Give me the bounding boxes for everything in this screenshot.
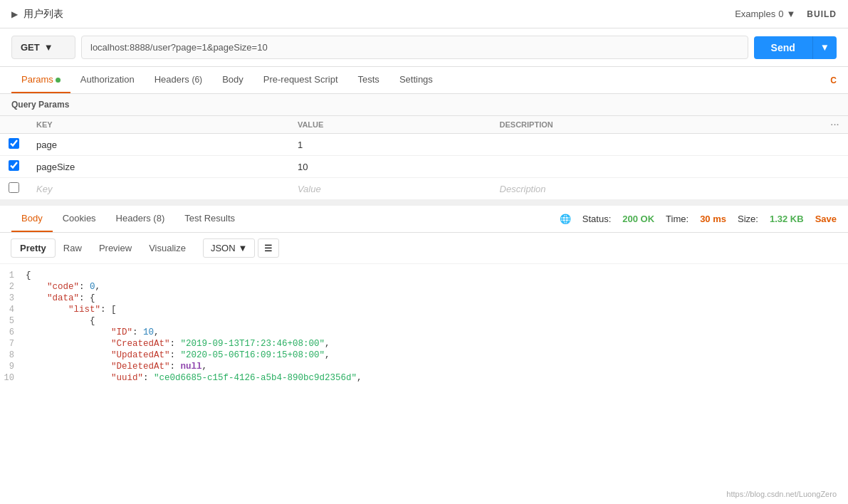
json-type-selector[interactable]: JSON ▼ (203, 238, 256, 258)
line-number: 2 (0, 282, 26, 292)
list-item: 2 "code": 0, (0, 281, 848, 293)
wrap-button[interactable]: ☰ (258, 238, 279, 258)
line-content: "uuid": "ce0d6685-c15f-4126-a5b4-890bc9d… (26, 373, 848, 383)
list-item: 7 "CreatedAt": "2019-09-13T17:23:46+08:0… (0, 338, 848, 350)
request-title-area: ▶ 用户列表 (11, 8, 63, 21)
url-bar: GET ▼ Send ▼ (0, 28, 848, 67)
row1-value[interactable]: 1 (289, 134, 491, 156)
th-actions: ··· (822, 116, 848, 134)
line-number: 7 (0, 339, 26, 349)
fmt-tab-pretty[interactable]: Pretty (11, 239, 55, 257)
tab-tests[interactable]: Tests (348, 67, 389, 93)
row2-actions (822, 156, 848, 178)
tab-body[interactable]: Body (212, 67, 253, 93)
send-dropdown-icon: ▼ (820, 42, 829, 53)
time-label: Time: (666, 214, 689, 224)
row1-actions (822, 134, 848, 156)
fmt-tab-raw[interactable]: Raw (55, 239, 90, 257)
response-header: Body Cookies Headers (8) Test Results 🌐 … (0, 200, 848, 233)
row2-description[interactable] (491, 156, 822, 178)
table-row-placeholder: Key Value Description (0, 178, 848, 200)
line-number: 1 (0, 271, 26, 280)
send-button[interactable]: Send (754, 36, 812, 59)
params-table-header: KEY VALUE DESCRIPTION ··· (0, 116, 848, 134)
tab-headers[interactable]: Headers (6) (145, 67, 212, 93)
line-content: "ID": 10, (26, 327, 848, 337)
th-key: KEY (28, 116, 289, 134)
format-tabs: Pretty Raw Preview Visualize (11, 239, 194, 257)
line-number: 4 (0, 305, 26, 315)
list-item: 9 "DeletedAt": null, (0, 361, 848, 372)
line-content: "list": [ (26, 305, 848, 315)
table-row: page 1 (0, 134, 848, 156)
tab-prerequest[interactable]: Pre-request Script (253, 67, 348, 93)
line-number: 6 (0, 327, 26, 337)
th-description: DESCRIPTION (491, 116, 822, 134)
response-toolbar: Pretty Raw Preview Visualize JSON ▼ ☰ (0, 233, 848, 264)
line-content: "code": 0, (26, 282, 848, 292)
row1-description[interactable] (491, 134, 822, 156)
fmt-tab-visualize[interactable]: Visualize (140, 239, 194, 257)
status-label: Status: (582, 214, 611, 224)
resp-tab-headers[interactable]: Headers (8) (106, 206, 175, 232)
examples-count: 0 (778, 9, 783, 19)
placeholder-description[interactable]: Description (491, 178, 822, 200)
method-chevron-icon: ▼ (44, 42, 53, 53)
list-item: 5 { (0, 315, 848, 327)
send-button-group: Send ▼ (754, 36, 837, 59)
globe-icon: 🌐 (560, 214, 571, 224)
resp-tab-testresults[interactable]: Test Results (174, 206, 245, 232)
placeholder-value[interactable]: Value (289, 178, 491, 200)
response-tabs: Body Cookies Headers (8) Test Results (11, 206, 245, 232)
size-value: 1.32 KB (770, 214, 804, 224)
resp-tab-body[interactable]: Body (11, 206, 53, 232)
row2-key[interactable]: pageSize (28, 156, 289, 178)
placeholder-checkbox[interactable] (9, 182, 19, 193)
build-button[interactable]: BUILD (807, 9, 837, 19)
row1-checkbox[interactable] (9, 138, 19, 149)
method-selector[interactable]: GET ▼ (11, 36, 75, 59)
row1-checkbox-cell (0, 134, 28, 156)
list-item: 8 "UpdatedAt": "2020-05-06T16:09:15+08:0… (0, 350, 848, 361)
url-input[interactable] (81, 36, 748, 59)
list-item: 4 "list": [ (0, 304, 848, 315)
time-value: 30 ms (700, 214, 726, 224)
list-item: 3 "data": { (0, 293, 848, 304)
actions-dots-icon[interactable]: ··· (831, 120, 839, 129)
table-row: pageSize 10 (0, 156, 848, 178)
list-item: 6 "ID": 10, (0, 327, 848, 338)
list-item: 10 "uuid": "ce0d6685-c15f-4126-a5b4-890b… (0, 372, 848, 384)
request-tabs-bar: Params Authorization Headers (6) Body Pr… (0, 67, 848, 94)
tab-params[interactable]: Params (11, 67, 70, 93)
params-table: KEY VALUE DESCRIPTION ··· page 1 pageSiz… (0, 116, 848, 200)
line-number: 8 (0, 350, 26, 360)
th-checkbox (0, 116, 28, 134)
chevron-down-icon: ▼ (786, 9, 795, 19)
row2-value[interactable]: 10 (289, 156, 491, 178)
tab-authorization[interactable]: Authorization (70, 67, 145, 93)
request-title: 用户列表 (23, 8, 63, 21)
save-button[interactable]: Save (815, 214, 837, 224)
query-params-section-title: Query Params (0, 94, 848, 116)
placeholder-checkbox-cell (0, 178, 28, 200)
row2-checkbox[interactable] (9, 160, 19, 171)
row1-key[interactable]: page (28, 134, 289, 156)
fmt-tab-preview[interactable]: Preview (90, 239, 140, 257)
placeholder-actions (822, 178, 848, 200)
line-content: "DeletedAt": null, (26, 362, 848, 372)
examples-button[interactable]: Examples 0 ▼ (735, 9, 795, 19)
line-content: { (26, 271, 848, 280)
tab-settings[interactable]: Settings (389, 67, 443, 93)
line-content: { (26, 316, 848, 326)
size-label: Size: (738, 214, 758, 224)
line-content: "CreatedAt": "2019-09-13T17:23:46+08:00"… (26, 339, 848, 349)
json-type-label: JSON (211, 243, 236, 253)
placeholder-key[interactable]: Key (28, 178, 289, 200)
examples-label: Examples (735, 9, 775, 19)
expand-icon[interactable]: ▶ (11, 9, 18, 19)
resp-tab-cookies[interactable]: Cookies (53, 206, 106, 232)
wrap-icon: ☰ (264, 243, 273, 253)
line-number: 3 (0, 293, 26, 303)
tab-more-indicator: C (830, 75, 837, 85)
send-dropdown-button[interactable]: ▼ (812, 36, 837, 59)
